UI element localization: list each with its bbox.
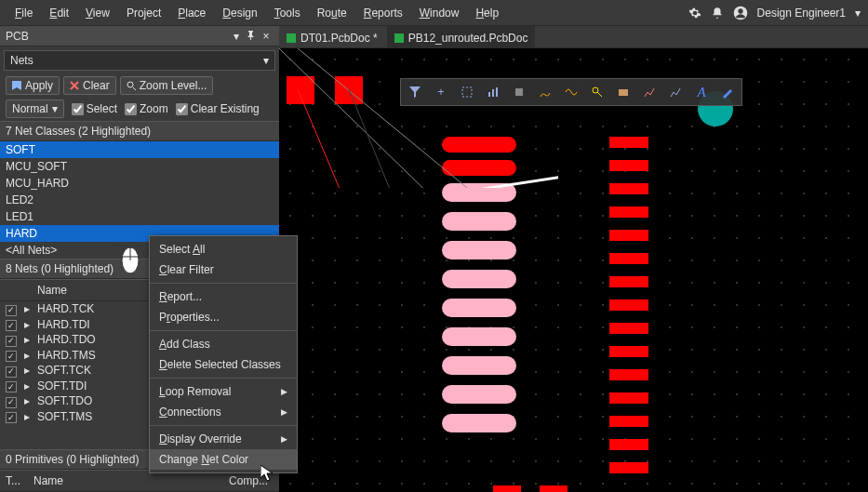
tab-label: PB12_unrouted.PcbDoc <box>408 32 528 45</box>
user-caret-icon[interactable]: ▾ <box>855 7 861 20</box>
net-class-row[interactable]: LED2 <box>0 192 279 208</box>
pink-pad <box>442 356 516 375</box>
browser-mode-dropdown[interactable]: Nets ▾ <box>4 50 275 71</box>
expand-caret-icon[interactable]: ▸ <box>19 363 32 378</box>
svg-point-1 <box>738 8 742 13</box>
graph1-icon[interactable] <box>639 83 660 101</box>
expand-caret-icon[interactable]: ▸ <box>19 317 32 332</box>
context-menu-item[interactable]: Delete Selected Classes <box>150 354 297 375</box>
net-class-row[interactable]: LED1 <box>0 208 279 225</box>
pink-pad <box>442 327 516 346</box>
col-comp[interactable]: Comp... <box>223 472 279 489</box>
menu-item-label: Delete Selected Classes <box>159 358 281 371</box>
zoom-checkbox[interactable]: Zoom <box>125 102 168 115</box>
context-menu-item[interactable]: Properties... <box>150 307 297 327</box>
expand-caret-icon[interactable]: ▸ <box>19 409 32 424</box>
menu-help[interactable]: Help <box>468 3 506 23</box>
col-t[interactable]: T... <box>0 472 28 489</box>
context-menu-item[interactable]: Display Override▶ <box>150 429 297 449</box>
svg-rect-18 <box>488 92 490 97</box>
context-menu-item[interactable]: Add Class <box>150 334 297 354</box>
menu-project[interactable]: Project <box>119 3 168 23</box>
red-bar <box>609 206 648 218</box>
context-menu-item[interactable]: Report... <box>150 286 297 307</box>
route-icon[interactable] <box>535 83 555 101</box>
menu-design[interactable]: Design <box>215 3 264 23</box>
context-menu-item[interactable]: Change Net Color <box>150 449 297 470</box>
expand-caret-icon[interactable]: ▸ <box>19 379 32 393</box>
menu-place[interactable]: Place <box>170 3 213 23</box>
pcb-canvas[interactable]: + A <box>279 48 868 492</box>
wave-icon[interactable] <box>561 83 581 101</box>
expand-caret-icon[interactable]: ▸ <box>19 393 32 408</box>
text-icon[interactable]: A <box>691 83 712 101</box>
clear-button[interactable]: Clear <box>63 76 116 95</box>
select-rect-icon[interactable] <box>457 83 477 101</box>
caret-down-icon: ▾ <box>52 102 58 115</box>
panel-close-icon[interactable]: × <box>259 30 274 43</box>
bars-icon[interactable] <box>483 83 503 101</box>
document-tab[interactable]: PB12_unrouted.PcbDoc <box>387 26 536 47</box>
menu-separator <box>150 330 297 331</box>
menu-item-label: Select All <box>159 243 205 256</box>
mask-mode-dropdown[interactable]: Normal ▾ <box>6 100 64 118</box>
svg-rect-19 <box>492 89 494 97</box>
net-class-row[interactable]: SOFT <box>0 141 279 158</box>
menu-left: File Edit View Project Place Design Tool… <box>7 3 506 23</box>
workspace[interactable]: DT01.PcbDoc *PB12_unrouted.PcbDoc <box>279 26 868 492</box>
expand-caret-icon[interactable]: ▸ <box>19 332 32 347</box>
svg-point-2 <box>127 82 133 87</box>
gear-icon[interactable] <box>688 6 701 20</box>
red-bar <box>609 439 648 450</box>
context-menu-item[interactable]: Select All <box>150 239 297 259</box>
user-icon[interactable] <box>733 6 748 20</box>
menu-file[interactable]: File <box>7 3 40 23</box>
filter-icon[interactable] <box>405 83 425 101</box>
menu-edit[interactable]: Edit <box>42 3 76 23</box>
graph2-icon[interactable] <box>665 83 686 101</box>
panel-pin-icon[interactable] <box>244 30 259 43</box>
plus-icon[interactable]: + <box>431 83 451 101</box>
select-checkbox[interactable]: Select <box>72 102 117 115</box>
svg-rect-21 <box>515 88 523 96</box>
menu-item-label: Change Net Color <box>159 453 248 466</box>
user-name[interactable]: Design Engineer1 <box>757 7 846 20</box>
pen-icon[interactable] <box>717 83 738 101</box>
menu-view[interactable]: View <box>78 3 117 23</box>
net-class-row[interactable]: MCU_SOFT <box>0 158 279 175</box>
document-tab[interactable]: DT01.PcbDoc * <box>279 26 385 47</box>
col-prim-name[interactable]: Name <box>28 472 223 489</box>
pcb-doc-icon <box>287 33 296 43</box>
zoom-level-button[interactable]: Zoom Level... <box>120 76 214 95</box>
panel-dropdown-icon[interactable]: ▾ <box>229 30 244 43</box>
menu-item-label: Properties... <box>159 311 220 324</box>
expand-caret-icon[interactable]: ▸ <box>19 301 32 316</box>
menu-route[interactable]: Route <box>310 3 354 23</box>
apply-button[interactable]: Apply <box>6 76 60 95</box>
context-menu-item[interactable]: Connections▶ <box>150 402 297 422</box>
net-checkbox[interactable]: ✓ <box>6 397 17 408</box>
context-menu-item[interactable]: Clear Filter <box>150 259 297 280</box>
menu-window[interactable]: Window <box>412 3 467 23</box>
net-checkbox[interactable]: ✓ <box>6 412 17 423</box>
menu-reports[interactable]: Reports <box>356 3 410 23</box>
context-menu-item[interactable]: Loop Removal▶ <box>150 381 297 402</box>
menu-tools[interactable]: Tools <box>267 3 308 23</box>
key-icon[interactable] <box>587 83 608 101</box>
context-menu: Select AllClear FilterReport...Propertie… <box>149 235 298 473</box>
net-checkbox[interactable]: ✓ <box>6 336 17 347</box>
red-pad <box>442 137 516 153</box>
folder-icon[interactable] <box>613 83 634 101</box>
net-class-row[interactable]: MCU_HARD <box>0 175 279 192</box>
net-checkbox[interactable]: ✓ <box>6 351 17 362</box>
red-bar <box>609 346 648 357</box>
expand-caret-icon[interactable]: ▸ <box>19 348 32 363</box>
net-checkbox[interactable]: ✓ <box>6 305 17 316</box>
bell-icon[interactable] <box>711 6 724 20</box>
net-checkbox[interactable]: ✓ <box>6 366 17 378</box>
net-checkbox[interactable]: ✓ <box>6 381 17 392</box>
chip-icon[interactable] <box>509 83 529 101</box>
menu-right: Design Engineer1 ▾ <box>688 6 861 20</box>
clear-existing-checkbox[interactable]: Clear Existing <box>176 102 260 115</box>
net-checkbox[interactable]: ✓ <box>6 320 17 331</box>
